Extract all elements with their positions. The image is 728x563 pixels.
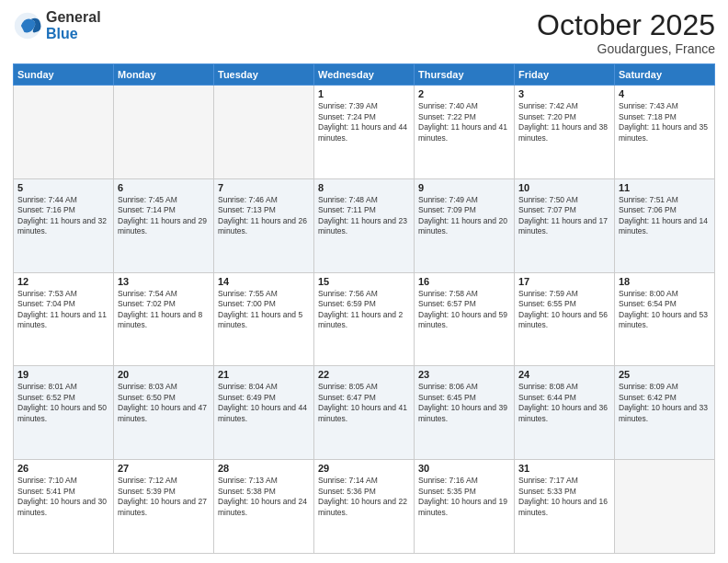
day-number: 20: [118, 369, 210, 380]
month-title: October 2025: [537, 9, 715, 41]
page: General Blue October 2025 Goudargues, Fr…: [0, 0, 728, 563]
day-number: 2: [418, 88, 510, 99]
day-cell: 6Sunrise: 7:45 AMSunset: 7:14 PMDaylight…: [114, 178, 214, 272]
day-cell: 12Sunrise: 7:53 AMSunset: 7:04 PMDayligh…: [14, 272, 114, 366]
day-info: Sunrise: 8:00 AMSunset: 6:54 PMDaylight:…: [619, 289, 711, 331]
day-number: 19: [17, 369, 109, 380]
day-number: 31: [518, 463, 610, 474]
day-number: 6: [118, 182, 210, 193]
day-number: 30: [418, 463, 510, 474]
logo-blue: Blue: [46, 26, 101, 42]
logo-general: General: [46, 9, 101, 26]
column-header-tuesday: Tuesday: [214, 64, 314, 86]
day-info: Sunrise: 8:04 AMSunset: 6:49 PMDaylight:…: [218, 382, 310, 424]
day-info: Sunrise: 7:43 AMSunset: 7:18 PMDaylight:…: [619, 101, 711, 144]
day-cell: 8Sunrise: 7:48 AMSunset: 7:11 PMDaylight…: [314, 178, 415, 272]
day-cell: 1Sunrise: 7:39 AMSunset: 7:24 PMDaylight…: [314, 86, 415, 179]
day-info: Sunrise: 8:05 AMSunset: 6:47 PMDaylight:…: [318, 382, 410, 424]
week-row-4: 19Sunrise: 8:01 AMSunset: 6:52 PMDayligh…: [14, 366, 715, 460]
day-info: Sunrise: 7:44 AMSunset: 7:16 PMDaylight:…: [17, 195, 109, 237]
day-info: Sunrise: 7:40 AMSunset: 7:22 PMDaylight:…: [418, 101, 510, 144]
day-number: 7: [218, 182, 310, 193]
day-number: 11: [619, 182, 711, 193]
day-info: Sunrise: 7:49 AMSunset: 7:09 PMDaylight:…: [418, 195, 510, 237]
column-header-friday: Friday: [515, 64, 615, 86]
day-cell: 24Sunrise: 8:08 AMSunset: 6:44 PMDayligh…: [515, 366, 615, 460]
day-number: 23: [418, 369, 510, 380]
day-number: 18: [619, 276, 711, 287]
day-cell: 29Sunrise: 7:14 AMSunset: 5:36 PMDayligh…: [314, 460, 415, 554]
day-cell: 3Sunrise: 7:42 AMSunset: 7:20 PMDaylight…: [515, 86, 615, 179]
logo-icon: [13, 11, 42, 40]
day-cell: [615, 460, 715, 554]
day-info: Sunrise: 7:17 AMSunset: 5:33 PMDaylight:…: [518, 476, 610, 518]
day-info: Sunrise: 7:50 AMSunset: 7:07 PMDaylight:…: [518, 195, 610, 237]
day-number: 9: [418, 182, 510, 193]
day-number: 15: [318, 276, 410, 287]
day-number: 14: [218, 276, 310, 287]
day-number: 10: [518, 182, 610, 193]
day-number: 8: [318, 182, 410, 193]
day-info: Sunrise: 7:53 AMSunset: 7:04 PMDaylight:…: [17, 289, 109, 331]
day-cell: 19Sunrise: 8:01 AMSunset: 6:52 PMDayligh…: [14, 366, 114, 460]
day-cell: 23Sunrise: 8:06 AMSunset: 6:45 PMDayligh…: [415, 366, 515, 460]
column-header-wednesday: Wednesday: [314, 64, 415, 86]
week-row-2: 5Sunrise: 7:44 AMSunset: 7:16 PMDaylight…: [14, 178, 715, 272]
day-number: 29: [318, 463, 410, 474]
week-row-3: 12Sunrise: 7:53 AMSunset: 7:04 PMDayligh…: [14, 272, 715, 366]
day-cell: 17Sunrise: 7:59 AMSunset: 6:55 PMDayligh…: [515, 272, 615, 366]
subtitle: Goudargues, France: [537, 41, 715, 56]
day-info: Sunrise: 8:01 AMSunset: 6:52 PMDaylight:…: [17, 382, 109, 424]
day-cell: 14Sunrise: 7:55 AMSunset: 7:00 PMDayligh…: [214, 272, 314, 366]
day-cell: [214, 86, 314, 179]
title-block: October 2025 Goudargues, France: [537, 9, 715, 56]
day-info: Sunrise: 7:56 AMSunset: 6:59 PMDaylight:…: [318, 289, 410, 331]
day-cell: 31Sunrise: 7:17 AMSunset: 5:33 PMDayligh…: [515, 460, 615, 554]
day-number: 26: [17, 463, 109, 474]
day-cell: 5Sunrise: 7:44 AMSunset: 7:16 PMDaylight…: [14, 178, 114, 272]
day-info: Sunrise: 8:03 AMSunset: 6:50 PMDaylight:…: [118, 382, 210, 424]
day-cell: 21Sunrise: 8:04 AMSunset: 6:49 PMDayligh…: [214, 366, 314, 460]
calendar-table: SundayMondayTuesdayWednesdayThursdayFrid…: [13, 63, 715, 554]
day-cell: [14, 86, 114, 179]
day-number: 1: [318, 88, 410, 99]
day-cell: 11Sunrise: 7:51 AMSunset: 7:06 PMDayligh…: [615, 178, 715, 272]
day-info: Sunrise: 7:58 AMSunset: 6:57 PMDaylight:…: [418, 289, 510, 331]
day-number: 12: [17, 276, 109, 287]
day-info: Sunrise: 7:42 AMSunset: 7:20 PMDaylight:…: [518, 101, 610, 144]
day-info: Sunrise: 7:46 AMSunset: 7:13 PMDaylight:…: [218, 195, 310, 237]
day-cell: 28Sunrise: 7:13 AMSunset: 5:38 PMDayligh…: [214, 460, 314, 554]
day-cell: 9Sunrise: 7:49 AMSunset: 7:09 PMDaylight…: [415, 178, 515, 272]
day-cell: 25Sunrise: 8:09 AMSunset: 6:42 PMDayligh…: [615, 366, 715, 460]
day-cell: 18Sunrise: 8:00 AMSunset: 6:54 PMDayligh…: [615, 272, 715, 366]
day-number: 27: [118, 463, 210, 474]
day-info: Sunrise: 7:59 AMSunset: 6:55 PMDaylight:…: [518, 289, 610, 331]
day-cell: 10Sunrise: 7:50 AMSunset: 7:07 PMDayligh…: [515, 178, 615, 272]
day-info: Sunrise: 7:48 AMSunset: 7:11 PMDaylight:…: [318, 195, 410, 237]
day-number: 25: [619, 369, 711, 380]
day-info: Sunrise: 7:39 AMSunset: 7:24 PMDaylight:…: [318, 101, 410, 144]
day-info: Sunrise: 7:55 AMSunset: 7:00 PMDaylight:…: [218, 289, 310, 331]
day-cell: 30Sunrise: 7:16 AMSunset: 5:35 PMDayligh…: [415, 460, 515, 554]
day-info: Sunrise: 7:51 AMSunset: 7:06 PMDaylight:…: [619, 195, 711, 237]
day-cell: 2Sunrise: 7:40 AMSunset: 7:22 PMDaylight…: [415, 86, 515, 179]
day-number: 24: [518, 369, 610, 380]
day-number: 22: [318, 369, 410, 380]
day-number: 17: [518, 276, 610, 287]
week-row-1: 1Sunrise: 7:39 AMSunset: 7:24 PMDaylight…: [14, 86, 715, 179]
day-info: Sunrise: 7:16 AMSunset: 5:35 PMDaylight:…: [418, 476, 510, 518]
day-cell: 13Sunrise: 7:54 AMSunset: 7:02 PMDayligh…: [114, 272, 214, 366]
header: General Blue October 2025 Goudargues, Fr…: [13, 9, 715, 56]
day-info: Sunrise: 8:08 AMSunset: 6:44 PMDaylight:…: [518, 382, 610, 424]
week-row-5: 26Sunrise: 7:10 AMSunset: 5:41 PMDayligh…: [14, 460, 715, 554]
day-cell: 22Sunrise: 8:05 AMSunset: 6:47 PMDayligh…: [314, 366, 415, 460]
day-cell: 7Sunrise: 7:46 AMSunset: 7:13 PMDaylight…: [214, 178, 314, 272]
day-cell: 4Sunrise: 7:43 AMSunset: 7:18 PMDaylight…: [615, 86, 715, 179]
day-number: 5: [17, 182, 109, 193]
day-number: 21: [218, 369, 310, 380]
day-info: Sunrise: 7:10 AMSunset: 5:41 PMDaylight:…: [17, 476, 109, 518]
day-cell: 20Sunrise: 8:03 AMSunset: 6:50 PMDayligh…: [114, 366, 214, 460]
column-header-saturday: Saturday: [615, 64, 715, 86]
day-number: 16: [418, 276, 510, 287]
day-cell: 27Sunrise: 7:12 AMSunset: 5:39 PMDayligh…: [114, 460, 214, 554]
